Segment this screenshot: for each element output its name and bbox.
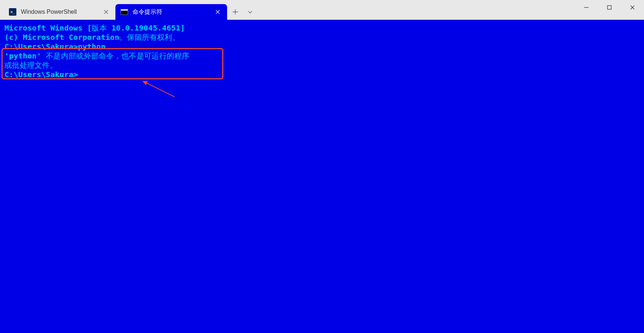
terminal-line: 'python' 不是内部或外部命令，也不是可运行的程序 — [4, 51, 640, 61]
svg-rect-0 — [608, 6, 611, 9]
close-window-button[interactable] — [621, 0, 644, 15]
svg-line-1 — [143, 81, 175, 97]
close-icon[interactable] — [214, 8, 222, 16]
terminal-line: 或批处理文件。 — [4, 61, 640, 70]
terminal-line: C:\Users\Sakura>python — [4, 42, 640, 51]
titlebar-drag-area[interactable] — [257, 0, 575, 20]
terminal-area[interactable]: Microsoft Windows [版本 10.0.19045.4651] (… — [0, 20, 644, 333]
terminal-line: (c) Microsoft Corporation。保留所有权利。 — [4, 33, 640, 42]
tab-cmd[interactable]: 命令提示符 — [115, 4, 227, 20]
tab-label: Windows PowerShell — [21, 9, 98, 15]
minimize-button[interactable] — [575, 0, 598, 15]
annotation-arrow-icon — [137, 78, 182, 101]
terminal-line: C:\Users\Sakura> — [4, 70, 640, 79]
window-controls — [575, 0, 644, 15]
maximize-button[interactable] — [598, 0, 621, 15]
tab-dropdown-button[interactable] — [243, 4, 257, 20]
new-tab-button[interactable] — [227, 4, 243, 20]
powershell-icon: >_ — [9, 8, 16, 16]
titlebar: >_ Windows PowerShell 命令提示符 — [0, 0, 644, 20]
tab-powershell[interactable]: >_ Windows PowerShell — [4, 4, 115, 20]
close-icon[interactable] — [102, 8, 110, 16]
cmd-icon — [121, 8, 128, 16]
terminal-line: Microsoft Windows [版本 10.0.19045.4651] — [4, 23, 640, 33]
tab-label: 命令提示符 — [133, 8, 210, 16]
tab-strip: >_ Windows PowerShell 命令提示符 — [0, 0, 257, 20]
